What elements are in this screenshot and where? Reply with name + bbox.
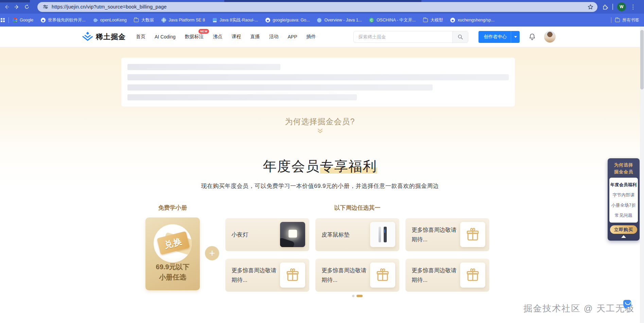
notifications-bell-icon[interactable] [528, 33, 536, 41]
chevron-down-icon [514, 36, 517, 38]
bookmarks-divider [611, 17, 611, 23]
peripheral-card-more[interactable]: 更多惊喜周边敬请期待... [225, 259, 309, 292]
bookmarks-divider [8, 17, 9, 23]
peripheral-card-more[interactable]: 更多惊喜周边敬请期待... [405, 218, 489, 251]
url-text[interactable]: https://juejin.cn/vip?utm_source=book_bi… [52, 4, 167, 10]
scrollbar-thumb[interactable] [640, 30, 644, 90]
floating-side-nav: 为何选择 掘金会员 年度会员福利 字节内部课 小册全场7折 常见问题 立即购买 [608, 158, 640, 241]
new-badge: NEW [198, 29, 209, 34]
free-booklet-label: 免费学小册 [145, 204, 200, 212]
creator-center-dropdown[interactable] [511, 31, 520, 43]
side-nav-item-bytedance-courses[interactable]: 字节内部课 [609, 190, 638, 200]
nav-home[interactable]: 首页 [136, 34, 145, 40]
peripherals-grid: 小夜灯 皮革鼠标垫 更多惊喜周边敬请期待... 更多惊喜周边敬请期待... [225, 218, 489, 292]
side-nav-panel: 年度会员福利 字节内部课 小册全场7折 常见问题 [609, 178, 638, 223]
carousel-dot-active[interactable] [356, 295, 363, 297]
peripheral-card-more[interactable]: 更多惊喜周边敬请期待... [405, 259, 489, 292]
plus-icon: + [205, 246, 219, 260]
nav-app[interactable]: APP [288, 34, 297, 39]
vip-page-content: 为何选择掘金会员? 年度会员专享福利 现在购买年度会员，可以免费学习一本价值69… [0, 47, 644, 323]
search-input[interactable] [354, 34, 452, 39]
forward-arrow-icon [14, 4, 20, 10]
browser-profile-avatar[interactable]: W [617, 2, 626, 11]
gift-icon [460, 262, 485, 288]
creator-center-button[interactable]: 创作者中心 [478, 31, 520, 43]
back-arrow-icon [4, 4, 10, 10]
bookmark-llm-folder[interactable]: 大模型 [423, 17, 443, 23]
watermark: 掘金技术社区 @ 天工无极 [523, 303, 634, 314]
leather-mousepad-photo [370, 222, 395, 247]
nav-data-annotation[interactable]: 数据标注NEW [185, 34, 204, 40]
cloud-favicon [317, 18, 321, 22]
feedback-chat-icon[interactable] [623, 300, 631, 307]
back-button[interactable] [1, 2, 12, 12]
folder-icon [423, 18, 428, 22]
nav-ai-coding[interactable]: AI Coding [155, 34, 175, 39]
tab-strip-shadow [0, 0, 30, 2]
redeem-text: 兑换 [163, 235, 184, 251]
side-nav-item-booklet-discount[interactable]: 小册全场7折 [609, 200, 638, 210]
bookmark-guava[interactable]: google/guava: Go... [265, 18, 310, 23]
browser-menu-icon[interactable]: ⋮ [630, 3, 636, 11]
user-avatar[interactable] [544, 31, 556, 43]
booklet-coupon-card[interactable]: 兑换 69.9元以下 小册任选 [145, 217, 200, 290]
nav-live[interactable]: 直播 [250, 34, 260, 40]
side-nav-item-faq[interactable]: 常见问题 [609, 210, 638, 221]
toolbar-divider [612, 4, 613, 10]
browser-toolbar: https://juejin.cn/vip?utm_source=book_bi… [0, 0, 644, 14]
reload-button[interactable] [22, 2, 32, 12]
apps-grid-icon[interactable] [0, 18, 5, 23]
folder-icon [134, 18, 139, 22]
all-bookmarks-button[interactable]: 所有书签 [615, 17, 639, 23]
nav-plugins[interactable]: 插件 [307, 34, 316, 40]
bookmark-star-icon[interactable] [588, 4, 593, 10]
bookmark-java-platform[interactable]: Java Platform SE 8 [161, 18, 205, 23]
forward-button[interactable] [12, 2, 22, 12]
bookmark-openlookeng[interactable]: openLooKeng [93, 18, 127, 23]
benefits-subtitle: 现在购买年度会员，可以免费学习一本价值69.9元的小册，并选择任意一款喜欢的掘金… [0, 182, 640, 190]
juejin-header: 稀土掘金 首页 AI Coding 数据标注NEW 沸点 课程 直播 活动 AP… [0, 27, 644, 47]
double-chevron-down-icon [0, 128, 640, 135]
peripheral-card-night-lamp[interactable]: 小夜灯 [225, 218, 309, 251]
peripherals-label: 以下周边任选其一 [225, 204, 489, 212]
url-bar[interactable]: https://juejin.cn/vip?utm_source=book_bi… [37, 2, 597, 12]
side-nav-item-benefits[interactable]: 年度会员福利 [609, 180, 638, 190]
nav-pins[interactable]: 沸点 [213, 34, 222, 40]
search-button[interactable] [452, 31, 468, 43]
main-nav: 首页 AI Coding 数据标注NEW 沸点 课程 直播 活动 APP 插件 [136, 34, 316, 40]
reload-icon [24, 4, 30, 10]
bookmark-java-overview[interactable]: Overview - Java 1... [317, 18, 362, 23]
scrollbar-track[interactable] [640, 27, 644, 323]
extensions-icon[interactable] [602, 4, 608, 10]
bookmark-bigdata-folder[interactable]: 大数据 [134, 17, 154, 23]
peripheral-card-more[interactable]: 更多惊喜周边敬请期待... [315, 259, 399, 292]
nav-courses[interactable]: 课程 [231, 34, 241, 40]
carousel-pagination [225, 295, 489, 297]
skeleton-bar [127, 74, 509, 80]
bookmark-github-software[interactable]: 世界领先的软件开... [40, 17, 85, 23]
coupon-circle: 兑换 [154, 224, 192, 262]
benefits-title: 年度会员专享福利 [0, 157, 640, 176]
highlighted-title-part: 专享福利 [320, 159, 377, 174]
browser-window: https://juejin.cn/vip?utm_source=book_bi… [0, 0, 644, 323]
nav-activities[interactable]: 活动 [269, 34, 278, 40]
bookmark-google[interactable]: Google [12, 18, 33, 23]
gift-icon [370, 262, 395, 288]
folder-icon [615, 18, 620, 22]
why-choose-title: 为何选择掘金会员? [0, 116, 640, 127]
buy-now-button[interactable]: 立即购买 [610, 225, 637, 234]
bookmark-java8-book[interactable]: Java 8实战-Raoul-... [212, 17, 258, 23]
skeleton-bar [127, 64, 280, 70]
site-info-icon[interactable] [43, 4, 48, 10]
juejin-logo[interactable]: 稀土掘金 [82, 32, 126, 42]
bookmark-xuchengsheng[interactable]: xuchengsheng/sp... [450, 18, 494, 23]
peripheral-card-mousepad[interactable]: 皮革鼠标垫 [315, 218, 399, 251]
logo-text: 稀土掘金 [96, 32, 126, 42]
bookmark-oschina[interactable]: COSCHINA - 中文开... [369, 17, 416, 23]
globe-favicon [161, 18, 166, 22]
gift-icon [460, 222, 485, 247]
carousel-dot[interactable] [352, 295, 354, 297]
scroll-to-top-icon[interactable] [621, 235, 626, 238]
booklet-price-line: 69.9元以下 [145, 262, 200, 272]
book-favicon [213, 18, 217, 22]
